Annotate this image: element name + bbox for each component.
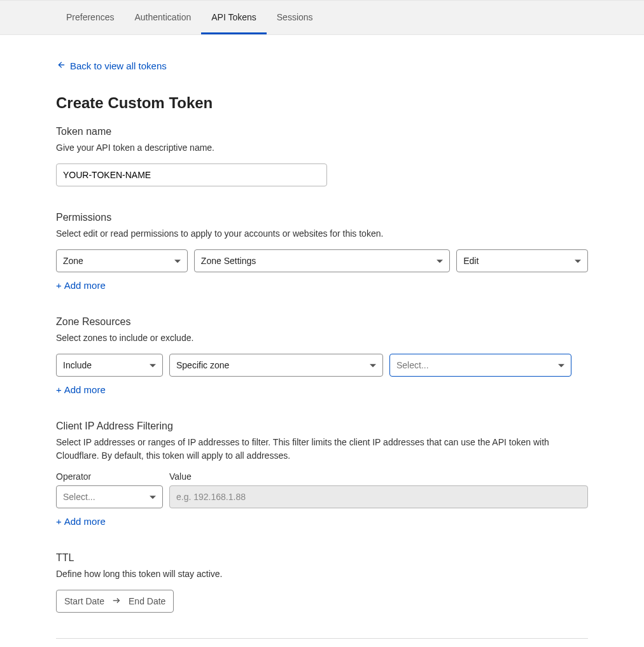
- plus-icon: +: [56, 516, 62, 527]
- zone-add-more[interactable]: + Add more: [56, 384, 106, 395]
- zone-scope-value: Specific zone: [176, 360, 229, 370]
- ip-operator-header: Operator: [56, 471, 163, 482]
- ip-value-input[interactable]: [169, 485, 588, 508]
- ip-operator-select[interactable]: Select...: [56, 485, 163, 508]
- permissions-add-more[interactable]: + Add more: [56, 280, 106, 291]
- zone-mode-value: Include: [63, 360, 92, 370]
- section-ip-filter: Client IP Address Filtering Select IP ad…: [56, 421, 588, 527]
- zone-target-placeholder: Select...: [396, 360, 429, 370]
- permissions-access-select[interactable]: Edit: [456, 249, 588, 272]
- back-to-tokens-link[interactable]: Back to view all tokens: [56, 60, 167, 71]
- ip-filter-desc: Select IP addresses or ranges of IP addr…: [56, 436, 588, 463]
- zone-resources-label: Zone Resources: [56, 316, 588, 328]
- add-more-text: Add more: [64, 280, 106, 291]
- plus-icon: +: [56, 384, 62, 395]
- permissions-access-value: Edit: [463, 256, 479, 266]
- ttl-date-range[interactable]: Start Date End Date: [56, 590, 174, 613]
- ttl-label: TTL: [56, 552, 588, 564]
- zone-scope-select[interactable]: Specific zone: [169, 354, 383, 377]
- section-ttl: TTL Define how long this token will stay…: [56, 552, 588, 613]
- ip-value-header: Value: [169, 471, 192, 482]
- ttl-desc: Define how long this token will stay act…: [56, 567, 588, 581]
- ttl-start-label: Start Date: [64, 596, 104, 606]
- tab-authentication[interactable]: Authentication: [124, 1, 201, 34]
- section-token-name: Token name Give your API token a descrip…: [56, 126, 588, 186]
- ip-add-more[interactable]: + Add more: [56, 516, 106, 527]
- permissions-desc: Select edit or read permissions to apply…: [56, 227, 588, 240]
- zone-mode-select[interactable]: Include: [56, 354, 163, 377]
- section-permissions: Permissions Select edit or read permissi…: [56, 212, 588, 291]
- tab-api-tokens[interactable]: API Tokens: [201, 1, 267, 34]
- token-name-desc: Give your API token a descriptive name.: [56, 141, 588, 155]
- zone-target-select[interactable]: Select...: [389, 354, 571, 377]
- token-name-input[interactable]: [56, 163, 327, 186]
- page-title: Create Custom Token: [56, 94, 588, 112]
- section-zone-resources: Zone Resources Select zones to include o…: [56, 316, 588, 395]
- zone-resources-desc: Select zones to include or exclude.: [56, 331, 588, 345]
- permissions-label: Permissions: [56, 212, 588, 223]
- back-link-text: Back to view all tokens: [70, 60, 167, 71]
- add-more-text: Add more: [64, 516, 106, 527]
- permissions-scope-value: Zone: [63, 256, 83, 266]
- plus-icon: +: [56, 280, 62, 291]
- ip-filter-label: Client IP Address Filtering: [56, 421, 588, 432]
- arrow-right-icon: [112, 596, 121, 607]
- add-more-text: Add more: [64, 384, 106, 395]
- permissions-resource-select[interactable]: Zone Settings: [194, 249, 450, 272]
- tab-preferences[interactable]: Preferences: [56, 1, 124, 34]
- token-name-label: Token name: [56, 126, 588, 137]
- permissions-resource-value: Zone Settings: [201, 256, 256, 266]
- permissions-scope-select[interactable]: Zone: [56, 249, 188, 272]
- tab-sessions[interactable]: Sessions: [267, 1, 323, 34]
- ttl-end-label: End Date: [129, 596, 165, 606]
- ip-operator-placeholder: Select...: [63, 492, 95, 502]
- tab-bar: Preferences Authentication API Tokens Se…: [0, 0, 644, 35]
- arrow-left-icon: [56, 60, 65, 71]
- divider: [56, 638, 588, 639]
